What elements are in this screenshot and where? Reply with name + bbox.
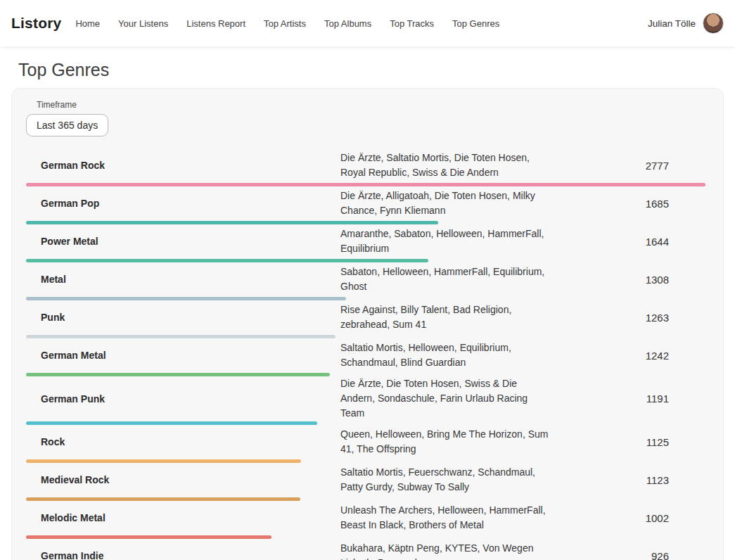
- top-navbar: Listory HomeYour ListensListens ReportTo…: [0, 0, 735, 46]
- page-title: Top Genres: [18, 60, 735, 80]
- genre-count: 1308: [551, 274, 705, 286]
- genre-name: German Pop: [26, 198, 340, 209]
- genre-name: Power Metal: [26, 236, 340, 247]
- main-nav: HomeYour ListensListens ReportTop Artist…: [75, 18, 648, 29]
- genre-name: German Indie: [26, 550, 340, 560]
- app-logo[interactable]: Listory: [11, 15, 61, 32]
- genre-row[interactable]: Medieval RockSaltatio Mortis, Feuerschwa…: [26, 463, 705, 501]
- genre-name: German Punk: [26, 393, 340, 405]
- genre-name: Punk: [26, 312, 340, 323]
- genres-card: Timeframe Last 365 days German RockDie Ä…: [11, 88, 724, 560]
- genre-row[interactable]: Power MetalAmaranthe, Sabaton, Helloween…: [26, 224, 705, 262]
- genre-count: 1685: [551, 198, 705, 210]
- genre-count: 1242: [551, 350, 705, 362]
- genre-artists: Die Ärzte, Saltatio Mortis, Die Toten Ho…: [340, 151, 551, 180]
- genre-artists: Unleash The Archers, Helloween, HammerFa…: [340, 503, 551, 533]
- genre-artists: Saltatio Mortis, Feuerschwanz, Schandmau…: [340, 465, 551, 495]
- nav-item-home[interactable]: Home: [75, 18, 100, 29]
- genre-artists: Rise Against, Billy Talent, Bad Religion…: [340, 303, 551, 332]
- nav-item-top-genres[interactable]: Top Genres: [452, 18, 499, 29]
- genre-name: Melodic Metal: [26, 512, 340, 523]
- nav-item-top-albums[interactable]: Top Albums: [324, 18, 371, 29]
- genre-name: German Rock: [26, 160, 340, 171]
- user-area: Julian Tölle: [648, 13, 724, 34]
- genre-row[interactable]: Melodic MetalUnleash The Archers, Hellow…: [26, 501, 705, 539]
- main-content: Top Genres Timeframe Last 365 days Germa…: [0, 60, 735, 560]
- genre-count: 1123: [551, 474, 705, 486]
- genre-name: German Metal: [26, 350, 340, 361]
- genre-row[interactable]: PunkRise Against, Billy Talent, Bad Reli…: [26, 300, 705, 338]
- genre-artists: Die Ärzte, Die Toten Hosen, Swiss & Die …: [340, 376, 551, 421]
- genre-count: 1191: [551, 393, 705, 405]
- genre-artists: Sabaton, Helloween, HammerFall, Equilibr…: [340, 265, 551, 294]
- genre-row[interactable]: MetalSabaton, Helloween, HammerFall, Equ…: [26, 262, 705, 300]
- genre-artists: Queen, Helloween, Bring Me The Horizon, …: [340, 427, 551, 457]
- genre-artists: Bukahara, Käptn Peng, KYTES, Von Wegen L…: [340, 541, 551, 560]
- genre-row[interactable]: German IndieBukahara, Käptn Peng, KYTES,…: [26, 539, 705, 560]
- user-name: Julian Tölle: [648, 18, 696, 29]
- genre-name: Medieval Rock: [26, 474, 340, 485]
- timeframe-select[interactable]: Last 365 days: [26, 114, 108, 136]
- genre-name: Rock: [26, 436, 340, 447]
- timeframe-label: Timeframe: [37, 100, 705, 110]
- genre-count: 1644: [551, 236, 705, 248]
- nav-item-top-tracks[interactable]: Top Tracks: [390, 18, 434, 29]
- genre-count: 1263: [551, 312, 705, 324]
- genre-count: 2777: [551, 160, 705, 172]
- genre-row[interactable]: German PunkDie Ärzte, Die Toten Hosen, S…: [26, 376, 705, 425]
- genre-count: 1125: [551, 436, 705, 448]
- nav-item-your-listens[interactable]: Your Listens: [118, 18, 168, 29]
- avatar[interactable]: [703, 13, 724, 34]
- genre-artists: Amaranthe, Sabaton, Helloween, HammerFal…: [340, 227, 551, 256]
- nav-item-listens-report[interactable]: Listens Report: [186, 18, 245, 29]
- genre-count: 926: [551, 550, 705, 560]
- genre-name: Metal: [26, 274, 340, 285]
- genre-row[interactable]: German PopDie Ärzte, Alligatoah, Die Tot…: [26, 186, 705, 224]
- genre-list: German RockDie Ärzte, Saltatio Mortis, D…: [26, 148, 705, 560]
- genre-row[interactable]: German MetalSaltatio Mortis, Helloween, …: [26, 338, 705, 376]
- genre-artists: Saltatio Mortis, Helloween, Equilibrium,…: [340, 341, 551, 370]
- nav-item-top-artists[interactable]: Top Artists: [264, 18, 306, 29]
- genre-count: 1002: [551, 512, 705, 524]
- genre-row[interactable]: German RockDie Ärzte, Saltatio Mortis, D…: [26, 148, 705, 186]
- genre-artists: Die Ärzte, Alligatoah, Die Toten Hosen, …: [340, 189, 551, 218]
- genre-row[interactable]: RockQueen, Helloween, Bring Me The Horiz…: [26, 425, 705, 463]
